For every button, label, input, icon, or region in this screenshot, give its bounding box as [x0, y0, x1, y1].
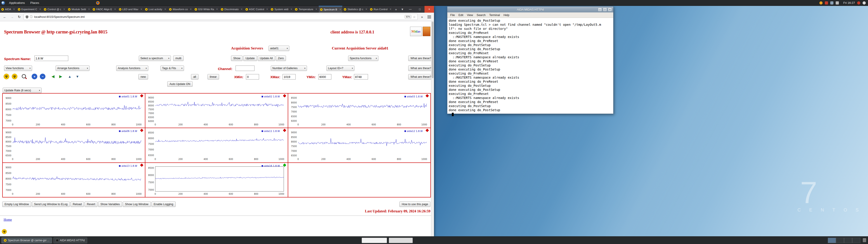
tab-close-icon[interactable]: × [39, 8, 41, 11]
tab-list-button[interactable]: ▾ [399, 6, 405, 13]
terminal-menu-terminal[interactable]: Terminal [488, 13, 501, 17]
browser-tab[interactable]: Spectrum B× [319, 6, 343, 13]
tab-close-icon[interactable]: × [13, 8, 15, 11]
arrow-right-icon[interactable]: ▶ [58, 74, 64, 79]
xmin-input[interactable] [246, 74, 259, 80]
arrow-left-icon[interactable]: ◀ [50, 74, 56, 79]
zoom-in-icon[interactable]: + [32, 74, 37, 79]
tags-fits-dropdown[interactable]: Tags & Fits▾ [160, 65, 184, 71]
arrow-up-icon[interactable]: ▲ [67, 74, 72, 79]
terminal-menu-help[interactable]: Help [502, 13, 511, 17]
ymin-input[interactable] [318, 74, 331, 80]
workspace-3[interactable] [844, 238, 852, 243]
browser-tab[interactable]: Waveform co× [168, 6, 193, 13]
workspace-2[interactable] [836, 238, 844, 243]
bookmark-star-icon[interactable]: ☆ [413, 15, 416, 19]
panel-applet[interactable] [362, 238, 387, 243]
browser-tab[interactable]: System widi× [270, 6, 293, 13]
browser-tab[interactable]: Discriminato× [219, 6, 244, 13]
home-link[interactable]: Home [4, 218, 12, 222]
terminal-titlebar[interactable]: AIDA MIDAS HTTPd – □ × [447, 6, 613, 12]
workspace-4[interactable] [852, 238, 860, 243]
terminal-maximize-button[interactable]: □ [603, 8, 607, 11]
spectrum-cell[interactable]: 9000850080007500700065000200400600800100… [2, 128, 145, 162]
spectrum-name-input[interactable] [34, 56, 68, 61]
new-tab-button[interactable]: + [393, 6, 399, 13]
new-button[interactable]: new [138, 74, 148, 80]
footer-button[interactable]: Enable Logging [151, 202, 176, 207]
taskbar-window-terminal[interactable]: AIDA MIDAS HTTPd [53, 238, 87, 243]
footer-button[interactable]: Send Log Window to ELog [32, 202, 70, 207]
trash-icon[interactable] [863, 238, 866, 242]
scrollbar-thumb[interactable] [432, 22, 434, 78]
page-scrollbar[interactable] [431, 21, 434, 236]
auto-update-button[interactable]: Auto Update ON [167, 81, 193, 87]
terminal-menu-edit[interactable]: Edit [457, 13, 465, 17]
terminal-menu-view[interactable]: View [465, 13, 475, 17]
applications-menu[interactable]: Applications [6, 0, 28, 6]
firefox-launcher-icon[interactable] [96, 1, 100, 5]
maximize-button[interactable]: □ [415, 6, 425, 13]
update-all-button[interactable]: Update All [258, 56, 275, 61]
volume-icon[interactable] [836, 1, 839, 4]
tab-close-icon[interactable]: × [390, 8, 391, 11]
terminal-menu-file[interactable]: File [449, 13, 456, 17]
tab-close-icon[interactable]: × [88, 8, 90, 11]
tab-close-icon[interactable]: × [114, 8, 116, 11]
browser-tab[interactable]: Run Control× [369, 6, 393, 13]
how-to-use-button[interactable]: How to use this page [399, 202, 430, 207]
update-rate-dropdown[interactable]: Update Rate (8 secs)▾ [3, 88, 41, 93]
midas-badge-icon[interactable] [423, 27, 430, 36]
browser-tab[interactable]: Temperature× [293, 6, 318, 13]
browser-tab[interactable]: AIDA× [0, 6, 17, 13]
footer-button[interactable]: Empty Log Window [2, 202, 31, 207]
shield-icon[interactable] [26, 16, 29, 19]
spectrum-cell[interactable]: 8500800075007000650002004006008001000aid… [145, 128, 288, 162]
analysis-functions-dropdown[interactable]: Analysis functions▾ [116, 65, 148, 71]
minimize-button[interactable]: — [405, 6, 415, 13]
terminal-minimize-button[interactable]: – [598, 8, 602, 11]
footer-button[interactable]: Show Log Window [123, 202, 151, 207]
spectrum-cell[interactable]: 9000850080007500700002004006008001000aid… [2, 93, 145, 128]
footer-button[interactable]: Revert [85, 202, 97, 207]
forward-button[interactable]: → [9, 14, 15, 20]
tab-close-icon[interactable]: × [216, 8, 218, 11]
ymax-input[interactable] [354, 74, 368, 80]
browser-tab[interactable]: Experiment C× [17, 6, 42, 13]
acquisition-server-select[interactable]: aida01▾ [269, 45, 289, 51]
tab-close-icon[interactable]: × [339, 8, 341, 11]
footer-button[interactable]: Reload [70, 202, 84, 207]
url-text[interactable]: localhost:8015/Spectrum/Spectrum.tml [34, 15, 85, 19]
reload-button[interactable]: ↻ [16, 14, 22, 20]
browser-tab[interactable]: Control @ c× [42, 6, 67, 13]
linear-button[interactable]: linear [208, 74, 219, 80]
arrow-down-icon[interactable]: ▼ [74, 74, 80, 79]
workspace-1[interactable] [828, 238, 836, 243]
browser-tab[interactable]: FADC Align E× [91, 6, 117, 13]
browser-tab[interactable]: Module Setti× [67, 6, 92, 13]
arrange-functions-dropdown[interactable]: Arrange functions▾ [56, 65, 90, 71]
browser-tab[interactable]: Lost activity× [144, 6, 168, 13]
panel-applet[interactable] [389, 238, 413, 243]
tab-close-icon[interactable]: × [266, 8, 268, 11]
tab-close-icon[interactable]: × [241, 8, 243, 11]
tab-close-icon[interactable]: × [366, 8, 367, 11]
zero-button[interactable]: Zero [276, 56, 286, 61]
view-functions-dropdown[interactable]: View functions▾ [4, 65, 32, 71]
tab-close-icon[interactable]: × [64, 8, 65, 11]
alarm-icon[interactable] [825, 1, 828, 4]
terminal-menu-search[interactable]: Search [475, 13, 487, 17]
xmax-input[interactable] [283, 74, 296, 80]
spectrum-cell[interactable]: 8500800075007000650060000200400600800100… [288, 93, 431, 128]
spectrum-cell[interactable]: 9000850080007500700065006000020040060080… [145, 93, 288, 128]
magnifier-icon[interactable] [21, 74, 27, 79]
update-button[interactable]: Update [243, 56, 257, 61]
spectrum-cell-empty[interactable] [288, 163, 431, 197]
overflow-menu-button[interactable]: » [419, 14, 425, 20]
hamburger-menu-button[interactable] [426, 14, 432, 20]
browser-tab[interactable]: ASIC Control× [244, 6, 270, 13]
terminal-close-button[interactable]: × [608, 8, 612, 11]
terminal-body[interactable]: done executing do_PostSetuploading Spect… [447, 18, 613, 114]
spectrum-cell[interactable]: 850080007500700002004006008001000aida16 … [145, 163, 288, 197]
shutdown-icon[interactable] [857, 1, 860, 4]
